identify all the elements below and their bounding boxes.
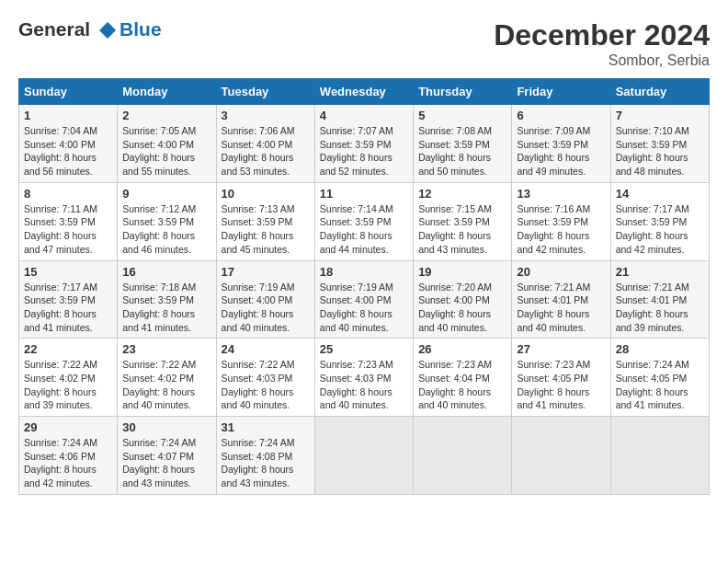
day-info: Sunrise: 7:05 AMSunset: 4:00 PMDaylight:…: [122, 124, 210, 178]
calendar-cell: 18Sunrise: 7:19 AMSunset: 4:00 PMDayligh…: [314, 260, 413, 339]
day-number: 17: [222, 265, 310, 279]
calendar-title: December 2024: [494, 18, 710, 52]
day-number: 31: [222, 420, 310, 434]
day-number: 13: [517, 187, 605, 201]
day-number: 29: [24, 420, 112, 434]
day-info: Sunrise: 7:17 AMSunset: 3:59 PMDaylight:…: [616, 202, 704, 257]
day-info: Sunrise: 7:22 AMSunset: 4:02 PMDaylight:…: [24, 358, 112, 412]
header-saturday: Saturday: [610, 79, 709, 105]
calendar-cell: 25Sunrise: 7:23 AMSunset: 4:03 PMDayligh…: [314, 339, 413, 417]
day-info: Sunrise: 7:24 AMSunset: 4:07 PMDaylight:…: [122, 436, 210, 490]
header-thursday: Thursday: [414, 79, 512, 105]
day-number: 24: [222, 342, 310, 356]
day-info: Sunrise: 7:06 AMSunset: 4:00 PMDaylight:…: [222, 124, 310, 178]
day-number: 30: [122, 420, 210, 434]
day-info: Sunrise: 7:09 AMSunset: 3:59 PMDaylight:…: [517, 124, 605, 178]
calendar-cell: [512, 417, 610, 495]
svg-marker-1: [108, 22, 116, 30]
day-number: 19: [418, 265, 506, 279]
day-number: 10: [222, 187, 310, 201]
day-info: Sunrise: 7:23 AMSunset: 4:05 PMDaylight:…: [517, 358, 605, 412]
calendar-cell: 11Sunrise: 7:14 AMSunset: 3:59 PMDayligh…: [314, 182, 413, 260]
week-row-4: 22Sunrise: 7:22 AMSunset: 4:02 PMDayligh…: [19, 339, 710, 417]
day-number: 14: [616, 187, 704, 201]
calendar-cell: 9Sunrise: 7:12 AMSunset: 3:59 PMDaylight…: [118, 182, 216, 260]
calendar-cell: 7Sunrise: 7:10 AMSunset: 3:59 PMDaylight…: [610, 105, 709, 183]
day-info: Sunrise: 7:22 AMSunset: 4:02 PMDaylight:…: [122, 358, 210, 412]
calendar-cell: 16Sunrise: 7:18 AMSunset: 3:59 PMDayligh…: [118, 260, 216, 339]
calendar-cell: 1Sunrise: 7:04 AMSunset: 4:00 PMDaylight…: [19, 105, 118, 183]
page-header: General Blue December 2024 Sombor, Serbi…: [18, 18, 710, 69]
day-number: 9: [122, 187, 210, 201]
day-info: Sunrise: 7:19 AMSunset: 4:00 PMDaylight:…: [320, 281, 408, 335]
calendar-header-row: SundayMondayTuesdayWednesdayThursdayFrid…: [19, 79, 710, 105]
calendar-cell: 29Sunrise: 7:24 AMSunset: 4:06 PMDayligh…: [19, 417, 118, 495]
calendar-table: SundayMondayTuesdayWednesdayThursdayFrid…: [18, 78, 710, 495]
day-info: Sunrise: 7:12 AMSunset: 3:59 PMDaylight:…: [122, 202, 210, 257]
day-info: Sunrise: 7:04 AMSunset: 4:00 PMDaylight:…: [24, 124, 112, 178]
calendar-cell: 22Sunrise: 7:22 AMSunset: 4:02 PMDayligh…: [19, 339, 118, 417]
day-info: Sunrise: 7:22 AMSunset: 4:03 PMDaylight:…: [222, 358, 310, 412]
day-info: Sunrise: 7:10 AMSunset: 3:59 PMDaylight:…: [616, 124, 704, 178]
day-number: 21: [616, 265, 704, 279]
week-row-3: 15Sunrise: 7:17 AMSunset: 3:59 PMDayligh…: [19, 260, 710, 339]
calendar-cell: 26Sunrise: 7:23 AMSunset: 4:04 PMDayligh…: [414, 339, 512, 417]
day-info: Sunrise: 7:24 AMSunset: 4:06 PMDaylight:…: [24, 436, 112, 490]
calendar-cell: 8Sunrise: 7:11 AMSunset: 3:59 PMDaylight…: [19, 182, 118, 260]
day-info: Sunrise: 7:24 AMSunset: 4:08 PMDaylight:…: [222, 436, 310, 490]
day-number: 26: [418, 342, 506, 356]
week-row-5: 29Sunrise: 7:24 AMSunset: 4:06 PMDayligh…: [19, 417, 710, 495]
calendar-cell: 30Sunrise: 7:24 AMSunset: 4:07 PMDayligh…: [118, 417, 216, 495]
logo-flag-icon: [97, 20, 118, 40]
header-sunday: Sunday: [19, 79, 118, 105]
calendar-cell: 6Sunrise: 7:09 AMSunset: 3:59 PMDaylight…: [512, 105, 610, 183]
day-info: Sunrise: 7:23 AMSunset: 4:04 PMDaylight:…: [418, 358, 506, 412]
day-number: 6: [517, 109, 605, 122]
week-row-1: 1Sunrise: 7:04 AMSunset: 4:00 PMDaylight…: [19, 105, 710, 183]
calendar-cell: 24Sunrise: 7:22 AMSunset: 4:03 PMDayligh…: [216, 339, 314, 417]
day-info: Sunrise: 7:16 AMSunset: 3:59 PMDaylight:…: [517, 202, 605, 257]
calendar-cell: 15Sunrise: 7:17 AMSunset: 3:59 PMDayligh…: [19, 260, 118, 339]
day-info: Sunrise: 7:24 AMSunset: 4:05 PMDaylight:…: [616, 358, 704, 412]
day-number: 4: [320, 109, 408, 122]
day-number: 25: [320, 342, 408, 356]
day-number: 20: [517, 265, 605, 279]
calendar-cell: [610, 417, 709, 495]
day-number: 16: [122, 265, 210, 279]
calendar-cell: 4Sunrise: 7:07 AMSunset: 3:59 PMDaylight…: [314, 105, 413, 183]
calendar-subtitle: Sombor, Serbia: [494, 52, 710, 69]
day-number: 23: [122, 342, 210, 356]
calendar-cell: 3Sunrise: 7:06 AMSunset: 4:00 PMDaylight…: [216, 105, 314, 183]
day-number: 22: [24, 342, 112, 356]
calendar-cell: 28Sunrise: 7:24 AMSunset: 4:05 PMDayligh…: [610, 339, 709, 417]
calendar-cell: 10Sunrise: 7:13 AMSunset: 3:59 PMDayligh…: [216, 182, 314, 260]
header-friday: Friday: [512, 79, 610, 105]
day-info: Sunrise: 7:21 AMSunset: 4:01 PMDaylight:…: [517, 281, 605, 335]
logo-text-blue: Blue: [119, 18, 162, 40]
day-info: Sunrise: 7:23 AMSunset: 4:03 PMDaylight:…: [320, 358, 408, 412]
day-info: Sunrise: 7:15 AMSunset: 3:59 PMDaylight:…: [418, 202, 506, 257]
day-number: 7: [616, 109, 704, 122]
header-monday: Monday: [118, 79, 216, 105]
week-row-2: 8Sunrise: 7:11 AMSunset: 3:59 PMDaylight…: [19, 182, 710, 260]
day-number: 18: [320, 265, 408, 279]
calendar-cell: 12Sunrise: 7:15 AMSunset: 3:59 PMDayligh…: [414, 182, 512, 260]
header-wednesday: Wednesday: [314, 79, 413, 105]
day-number: 27: [517, 342, 605, 356]
calendar-cell: 27Sunrise: 7:23 AMSunset: 4:05 PMDayligh…: [512, 339, 610, 417]
calendar-cell: [414, 417, 512, 495]
day-info: Sunrise: 7:19 AMSunset: 4:00 PMDaylight:…: [222, 281, 310, 335]
title-section: December 2024 Sombor, Serbia: [494, 18, 710, 69]
calendar-cell: 2Sunrise: 7:05 AMSunset: 4:00 PMDaylight…: [118, 105, 216, 183]
day-number: 2: [122, 109, 210, 122]
calendar-cell: 13Sunrise: 7:16 AMSunset: 3:59 PMDayligh…: [512, 182, 610, 260]
day-number: 15: [24, 265, 112, 279]
calendar-cell: 14Sunrise: 7:17 AMSunset: 3:59 PMDayligh…: [610, 182, 709, 260]
calendar-cell: 19Sunrise: 7:20 AMSunset: 4:00 PMDayligh…: [414, 260, 512, 339]
day-info: Sunrise: 7:13 AMSunset: 3:59 PMDaylight:…: [222, 202, 310, 257]
day-info: Sunrise: 7:20 AMSunset: 4:00 PMDaylight:…: [418, 281, 506, 335]
day-info: Sunrise: 7:17 AMSunset: 3:59 PMDaylight:…: [24, 281, 112, 335]
day-info: Sunrise: 7:07 AMSunset: 3:59 PMDaylight:…: [320, 124, 408, 178]
day-number: 28: [616, 342, 704, 356]
calendar-cell: 5Sunrise: 7:08 AMSunset: 3:59 PMDaylight…: [414, 105, 512, 183]
